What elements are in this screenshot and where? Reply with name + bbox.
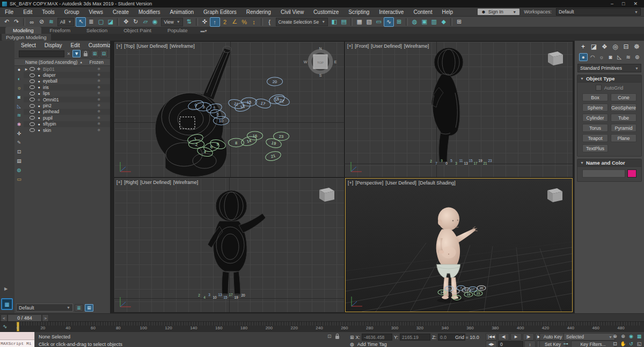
window-crossing-icon[interactable]: ◪ xyxy=(106,18,115,26)
viewport-menu-pov[interactable]: [Front] xyxy=(355,43,369,49)
viewport-front[interactable]: [+] [Front] [User Defined] [Wireframe] xyxy=(345,42,573,177)
viewport-menu-plus[interactable]: [+] xyxy=(347,43,353,49)
table-row-sftypin[interactable]: ●sftypin❄ xyxy=(24,121,110,127)
explorer-menu-select[interactable]: Select xyxy=(17,42,40,48)
display-tab[interactable]: ⊟ xyxy=(623,43,630,50)
use-pivot-point-icon[interactable]: ⇅ xyxy=(185,18,194,26)
previous-frame-button[interactable]: ◀| xyxy=(498,333,509,341)
footstep-9[interactable]: 9 xyxy=(441,159,443,163)
viewcube[interactable] xyxy=(543,185,565,204)
frozen-toggle-icon[interactable]: ❄ xyxy=(97,67,100,71)
maxscript-input-field[interactable]: MAXScript Mi xyxy=(0,340,34,347)
filter-materials-icon[interactable]: ◍ xyxy=(17,168,21,173)
menu-civil-view[interactable]: Civil View xyxy=(276,9,309,15)
visibility-eye-icon[interactable] xyxy=(30,104,35,108)
visibility-eye-icon[interactable] xyxy=(30,128,35,132)
footstep-7[interactable]: 7 xyxy=(435,161,437,165)
time-slider[interactable]: < 0 / 484 > xyxy=(0,313,644,322)
viewport-menu-shading[interactable]: [Default Shading] xyxy=(419,180,456,186)
footstep-19[interactable]: 19 xyxy=(478,159,482,163)
select-and-manipulate-icon[interactable]: ✜ xyxy=(200,18,209,26)
viewcube[interactable] xyxy=(544,48,565,68)
viewport-layout-tab-button[interactable]: ▦ xyxy=(1,298,13,310)
orbit-icon[interactable]: ↺ xyxy=(627,340,635,347)
footstep-15[interactable]: 15 xyxy=(469,159,472,163)
footstep-4[interactable]: 4 xyxy=(203,296,206,299)
footstep-21[interactable]: 21 xyxy=(483,161,487,165)
sphere-button[interactable]: Sphere xyxy=(582,104,608,112)
filter-cameras-icon[interactable]: ◙ xyxy=(18,95,20,100)
zoom-all-icon[interactable]: ⊛ xyxy=(619,333,627,339)
play-button[interactable]: ▶ xyxy=(510,333,522,341)
systems-subtab[interactable]: ⊛ xyxy=(633,54,641,61)
schematic-view-icon[interactable]: ⊞ xyxy=(394,18,404,26)
mirror-icon[interactable]: ◧ xyxy=(330,18,339,26)
close-button[interactable]: ✕ xyxy=(633,1,638,6)
visibility-eye-icon[interactable] xyxy=(30,98,35,101)
frozen-toggle-icon[interactable]: ❄ xyxy=(97,122,100,126)
menu-group[interactable]: Group xyxy=(60,9,84,15)
angle-snap-icon[interactable]: ∠ xyxy=(230,18,239,26)
geometry-subtab[interactable]: ● xyxy=(579,53,588,61)
keyboard-override-icon[interactable]: ↑ xyxy=(210,17,220,27)
motion-tab[interactable]: ◎ xyxy=(612,43,619,50)
table-row-lips[interactable]: ●lips❄ xyxy=(24,91,110,97)
frozen-toggle-icon[interactable]: ❄ xyxy=(97,79,100,83)
go-to-start-button[interactable]: |◀◀ xyxy=(486,333,497,341)
add-time-tag-button[interactable]: Add Time Tag xyxy=(357,342,387,347)
footstep-11[interactable]: 11 xyxy=(459,159,463,163)
frozen-toggle-icon[interactable]: ❄ xyxy=(97,109,100,114)
percent-snap-icon[interactable]: % xyxy=(240,18,249,26)
modify-tab[interactable]: ◪ xyxy=(590,43,597,50)
layer-list-icon[interactable]: ≣ xyxy=(75,304,83,312)
viewport-menu-user[interactable]: [User Defined] xyxy=(137,43,168,49)
object-name[interactable]: skin xyxy=(43,128,51,133)
filter-lights-icon[interactable]: ☼ xyxy=(17,86,21,91)
footstep-23[interactable]: 23 xyxy=(474,291,483,296)
filter-particles-icon[interactable]: ✱ xyxy=(17,122,21,127)
visibility-eye-icon[interactable] xyxy=(30,85,35,89)
zoom-region-icon[interactable]: ⊡ xyxy=(611,340,619,347)
zoom-icon[interactable]: ⊕ xyxy=(611,333,619,339)
viewport-menu-pov[interactable]: [Right] xyxy=(124,180,138,185)
footstep-17[interactable]: 17 xyxy=(229,293,232,297)
viewport-menu-plus[interactable]: [+] xyxy=(348,180,353,186)
redo-icon[interactable]: ↷ xyxy=(12,18,21,26)
pan-icon[interactable]: ✋ xyxy=(619,340,627,347)
utilities-tab[interactable]: ☸ xyxy=(633,43,640,50)
torus-button[interactable]: Torus xyxy=(582,124,608,132)
maximize-viewport-icon[interactable]: ◱ xyxy=(635,340,643,347)
explorer-column-headers[interactable]: Name (Sorted Ascending) ▲ Frozen xyxy=(14,58,110,66)
table-row-diaper[interactable]: ●diaper❄ xyxy=(24,72,110,78)
menu-scripting[interactable]: Scripting xyxy=(343,9,374,15)
track-bar[interactable]: ∿ 02040608010012014016018020022024026028… xyxy=(0,321,644,332)
box-button[interactable]: Box xyxy=(582,93,608,101)
select-and-link-icon[interactable]: ∞ xyxy=(27,18,36,26)
explorer-search-input[interactable] xyxy=(19,50,64,57)
object-name[interactable]: Omni01 xyxy=(43,97,59,102)
explorer-menu-edit[interactable]: Edit xyxy=(67,42,84,48)
footstep-13[interactable]: 13 xyxy=(464,161,467,165)
previous-frame-arrow[interactable]: < xyxy=(1,314,8,322)
viewport-menu-user[interactable]: [User Defined] xyxy=(371,43,402,49)
curve-editor-icon[interactable]: ∿ xyxy=(384,17,394,27)
viewport-right[interactable]: [+] [Right] [User Defined] [Wireframe] xyxy=(114,178,344,312)
menu-graph-editors[interactable]: Graph Editors xyxy=(199,9,241,15)
visibility-eye-icon[interactable] xyxy=(30,79,35,83)
viewport-menu-plus[interactable]: [+] xyxy=(116,43,122,49)
unlink-selection-icon[interactable]: ⊘ xyxy=(37,18,46,26)
cameras-subtab[interactable]: ◙ xyxy=(607,54,614,61)
select-object-icon[interactable]: ↖ xyxy=(76,17,86,27)
object-name[interactable]: eyeball xyxy=(43,78,57,84)
undo-icon[interactable]: ↶ xyxy=(2,18,11,26)
ribbon-config-icon[interactable]: ▬▾ xyxy=(196,28,211,34)
rendered-frame-window-icon[interactable]: ▥ xyxy=(429,18,438,26)
set-key-button[interactable]: Set Key xyxy=(539,341,566,347)
frame-spinner[interactable]: ↕ xyxy=(524,341,536,347)
footstep-20[interactable]: 20 xyxy=(267,77,283,86)
align-icon[interactable]: ▤ xyxy=(339,18,348,26)
menu-customize[interactable]: Customize xyxy=(309,9,343,15)
spinner-snap-icon[interactable]: ↕ xyxy=(250,18,259,26)
zoom-extents-all-icon[interactable]: ▦ xyxy=(635,333,643,339)
zoom-extents-icon[interactable]: ◉ xyxy=(627,333,635,339)
